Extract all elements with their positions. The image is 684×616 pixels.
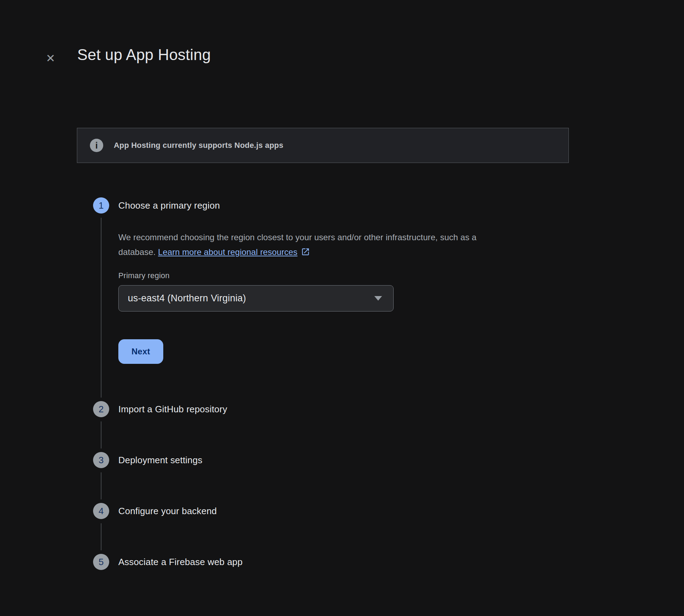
primary-region-label: Primary region (118, 271, 170, 280)
step1-description-line2-prefix: database. (118, 247, 158, 257)
step-connector (101, 421, 101, 448)
step1-label: Choose a primary region (118, 199, 220, 212)
info-banner: i App Hosting currently supports Node.js… (77, 128, 569, 163)
info-banner-text: App Hosting currently supports Node.js a… (114, 141, 283, 150)
primary-region-selected-value: us-east4 (Northern Virginia) (128, 293, 374, 304)
step1-description-line1: We recommend choosing the region closest… (118, 232, 476, 242)
step5-indicator: 5 (93, 554, 109, 570)
learn-more-regional-resources-link[interactable]: Learn more about regional resources (158, 247, 310, 257)
learn-more-link-text: Learn more about regional resources (158, 247, 297, 257)
step2-indicator: 2 (93, 401, 109, 417)
primary-region-select[interactable]: us-east4 (Northern Virginia) (118, 285, 394, 312)
setup-app-hosting-dialog: ✕ Set up App Hosting i App Hosting curre… (0, 0, 684, 616)
step-connector (101, 523, 101, 550)
step5-label: Associate a Firebase web app (118, 556, 243, 568)
step3-indicator: 3 (93, 452, 109, 468)
step2-label: Import a GitHub repository (118, 403, 227, 415)
next-button[interactable]: Next (118, 339, 163, 364)
page-title: Set up App Hosting (77, 46, 211, 64)
close-icon[interactable]: ✕ (41, 48, 60, 68)
step1-indicator: 1 (93, 197, 109, 214)
info-icon: i (90, 139, 103, 152)
step-connector (101, 218, 101, 398)
step4-label: Configure your backend (118, 505, 217, 517)
chevron-down-icon (374, 296, 382, 301)
step-connector (101, 472, 101, 499)
step4-indicator: 4 (93, 503, 109, 519)
step3-label: Deployment settings (118, 454, 202, 466)
open-in-new-icon (301, 246, 310, 261)
step1-description: We recommend choosing the region closest… (118, 230, 476, 261)
